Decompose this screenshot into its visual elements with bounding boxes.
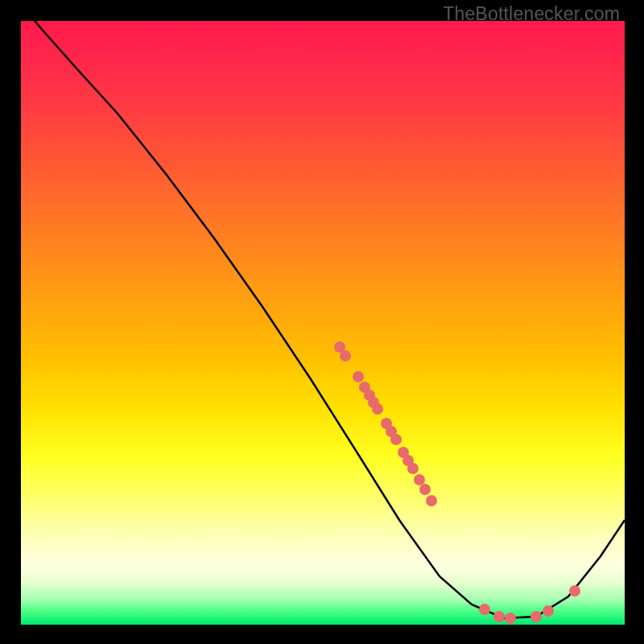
data-point [390,434,402,445]
watermark-text: TheBottlenecker.com [443,3,620,25]
data-point [372,403,383,415]
data-point [530,611,542,622]
data-point [419,484,431,495]
chart-overlay [21,21,625,625]
data-point [543,605,554,617]
data-point [569,585,580,597]
chart-line [21,21,625,618]
chart-markers [334,341,580,624]
data-point [340,350,351,361]
data-point [493,611,505,622]
data-point [407,463,419,474]
data-point [414,474,425,485]
chart-frame [21,21,625,625]
data-point [353,371,364,382]
data-point [505,613,516,624]
data-point [479,604,490,615]
data-point [426,495,437,506]
